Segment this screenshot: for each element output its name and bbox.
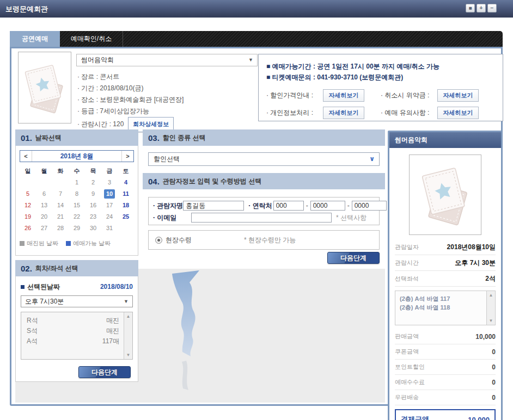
detail-view-button-1[interactable]: 자세히보기 (437, 89, 479, 102)
amount-label: 쿠폰금액 (395, 348, 419, 356)
phone-separator: - (347, 202, 350, 209)
calendar-day-empty (36, 177, 52, 188)
phone-input-3[interactable] (352, 201, 387, 211)
calendar-day-20[interactable]: 20 (36, 211, 52, 223)
seat-summary-scrollbar[interactable]: ▲ ▼ (486, 291, 495, 325)
seat-list-scrollbar[interactable]: ▲ ▼ (124, 312, 132, 359)
calendar-day-19[interactable]: 19 (20, 211, 36, 223)
calendar-day-4[interactable]: 4 (118, 177, 134, 188)
calendar-day-11[interactable]: 11 (118, 188, 134, 200)
calendar-day-5[interactable]: 5 (20, 188, 36, 200)
step4-number: 04. (148, 177, 160, 186)
calendar-day-27[interactable]: 27 (36, 223, 52, 234)
show-title-value: 썸머음악회 (81, 56, 114, 64)
calendar-day-8[interactable]: 8 (69, 188, 85, 200)
scroll-up-icon[interactable]: ▲ (124, 314, 132, 319)
detail-view-button-3[interactable]: 자세히보기 (437, 107, 479, 119)
app-title: 보령문예회관 (5, 4, 48, 14)
summary-row-label: 관람시간 (395, 259, 419, 267)
calendar-day-31[interactable]: 31 (101, 223, 118, 234)
amount-row-3: 예매수수료0 (395, 375, 496, 390)
calendar-day-17[interactable]: 17 (101, 200, 118, 211)
tab-booking-confirm-cancel[interactable]: 예매확인/취소 (60, 31, 123, 47)
calendar-month-label: 2018년 8월 (32, 151, 121, 162)
viewer-name-input[interactable] (183, 201, 244, 211)
calendar-day-2[interactable]: 2 (85, 177, 101, 188)
calendar-day-18[interactable]: 18 (118, 200, 134, 211)
amount-value: 0 (492, 363, 496, 371)
calendar-day-10[interactable]: 10 (101, 188, 118, 200)
seat-grade-row-1[interactable]: S석매진 (27, 326, 119, 336)
day-header: 토 (118, 165, 134, 177)
calendar-legend: 매진된 날짜예매가능 날짜 (20, 239, 134, 248)
phone-input-2[interactable] (310, 201, 345, 211)
chevron-down-icon: ∨ (369, 153, 375, 165)
phone-separator: - (306, 202, 308, 209)
tab-performance-booking[interactable]: 공연예매 (10, 31, 60, 47)
amount-row-4: 우편배송0 (395, 390, 496, 405)
legend-soldout: 매진된 날짜 (20, 239, 58, 248)
onsite-pickup-radio[interactable] (155, 237, 162, 244)
calendar-day-30[interactable]: 30 (85, 223, 101, 234)
calendar-day-14[interactable]: 14 (52, 200, 69, 211)
seat-status: 117매 (102, 336, 119, 347)
decrease-button[interactable]: − (487, 4, 497, 13)
onsite-pickup-label: 현장수령 (166, 236, 192, 245)
ticket-placeholder-icon (22, 57, 68, 118)
calendar-day-23[interactable]: 23 (85, 211, 101, 223)
calendar-day-9[interactable]: 9 (85, 188, 101, 200)
calendar-day-24[interactable]: 24 (101, 211, 118, 223)
calendar-day-1[interactable]: 1 (69, 177, 85, 188)
calendar-next-button[interactable]: > (121, 151, 133, 162)
phone-label: · 연락처 (248, 201, 272, 211)
discount-select[interactable]: 할인선택 ∨ (148, 152, 380, 166)
scroll-down-icon[interactable]: ▼ (124, 353, 132, 357)
tab-bar: 공연예매 예매확인/취소 (10, 31, 503, 47)
calendar-day-15[interactable]: 15 (69, 200, 85, 211)
step4-next-button[interactable]: 다음단계 (327, 252, 380, 264)
calendar-day-16[interactable]: 16 (85, 200, 101, 211)
calendar-day-3[interactable]: 3 (101, 177, 118, 188)
detail-view-button-0[interactable]: 자세히보기 (323, 89, 364, 102)
summary-title: 썸머음악회 (389, 132, 501, 148)
calendar-day-25[interactable]: 25 (118, 211, 134, 223)
calendar-day-29[interactable]: 29 (69, 223, 85, 234)
maximize-button[interactable]: ■ (466, 4, 475, 13)
calendar-day-26[interactable]: 26 (20, 223, 36, 234)
calendar-prev-button[interactable]: < (20, 151, 32, 162)
calendar-day-12[interactable]: 12 (20, 200, 36, 211)
dancer-watermark (158, 269, 223, 403)
phone-input-1[interactable] (273, 201, 304, 211)
calendar-day-7[interactable]: 7 (52, 188, 69, 200)
calendar-day-6[interactable]: 6 (36, 188, 52, 200)
detail-view-button-2[interactable]: 자세히보기 (323, 107, 364, 119)
calendar-day-21[interactable]: 21 (52, 211, 69, 223)
legend-available: 예매가능 날짜 (66, 239, 111, 248)
calendar-day-22[interactable]: 22 (69, 211, 85, 223)
email-label: · 이메일 (153, 213, 191, 223)
show-detail-3: · 등급 : 7세이상입장가능 (77, 106, 184, 117)
increase-button[interactable]: + (477, 4, 486, 13)
receive-method-box: 현장수령 * 현장수령만 가능 (148, 230, 380, 250)
soldout-square-icon (20, 241, 25, 246)
notice-line-0: ■ 예매가능기간 : 공연 1일전 17시 00분 까지 예매/취소 가능 (266, 61, 495, 72)
session-time-select[interactable]: 오후 7시30분 ▼ (21, 295, 133, 307)
receive-note: * 현장수령만 가능 (244, 236, 296, 245)
calendar-day-28[interactable]: 28 (52, 223, 69, 234)
email-note: * 선택사항 (336, 213, 367, 223)
email-input[interactable] (191, 213, 332, 223)
step2-next-button[interactable]: 다음단계 (78, 366, 131, 378)
amount-value: 0 (492, 394, 496, 402)
step1-header: 01. 날짜선택 (15, 129, 138, 146)
seat-grade-row-0[interactable]: R석매진 (27, 316, 119, 326)
calendar-day-13[interactable]: 13 (36, 200, 52, 211)
summary-amount-rows: 판매금액10,000쿠폰금액0포인트할인0예매수수료0우편배송0 (395, 329, 496, 405)
summary-row-2: 선택좌석2석 (395, 271, 496, 287)
show-title-select[interactable]: 썸머음악회 ▼ (76, 54, 258, 66)
summary-row-value: 2018년08월10일 (447, 243, 496, 252)
summary-row-label: 선택좌석 (395, 275, 419, 283)
scroll-down-icon[interactable]: ▼ (487, 318, 495, 323)
seat-grade-row-2[interactable]: A석117매 (27, 336, 119, 347)
seat-grade: S석 (27, 326, 38, 336)
scroll-up-icon[interactable]: ▲ (487, 293, 495, 298)
